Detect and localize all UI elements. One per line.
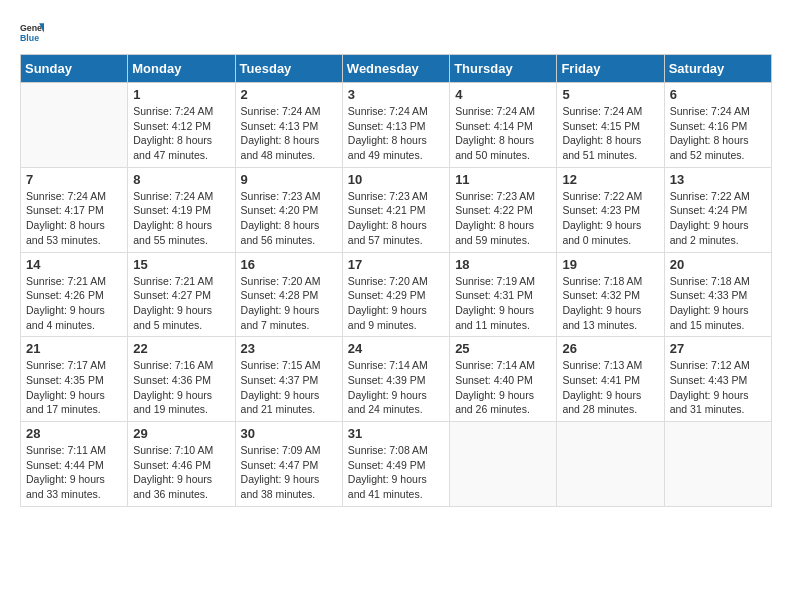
day-info: Sunrise: 7:24 AM Sunset: 4:19 PM Dayligh… xyxy=(133,189,229,248)
calendar-cell: 28Sunrise: 7:11 AM Sunset: 4:44 PM Dayli… xyxy=(21,422,128,507)
day-number: 20 xyxy=(670,257,766,272)
calendar-cell: 15Sunrise: 7:21 AM Sunset: 4:27 PM Dayli… xyxy=(128,252,235,337)
day-info: Sunrise: 7:13 AM Sunset: 4:41 PM Dayligh… xyxy=(562,358,658,417)
day-info: Sunrise: 7:16 AM Sunset: 4:36 PM Dayligh… xyxy=(133,358,229,417)
calendar-cell: 19Sunrise: 7:18 AM Sunset: 4:32 PM Dayli… xyxy=(557,252,664,337)
svg-text:Blue: Blue xyxy=(20,33,39,43)
calendar-cell: 22Sunrise: 7:16 AM Sunset: 4:36 PM Dayli… xyxy=(128,337,235,422)
day-info: Sunrise: 7:14 AM Sunset: 4:40 PM Dayligh… xyxy=(455,358,551,417)
day-number: 30 xyxy=(241,426,337,441)
day-number: 31 xyxy=(348,426,444,441)
day-info: Sunrise: 7:08 AM Sunset: 4:49 PM Dayligh… xyxy=(348,443,444,502)
day-number: 16 xyxy=(241,257,337,272)
col-friday: Friday xyxy=(557,55,664,83)
day-number: 11 xyxy=(455,172,551,187)
col-monday: Monday xyxy=(128,55,235,83)
day-info: Sunrise: 7:14 AM Sunset: 4:39 PM Dayligh… xyxy=(348,358,444,417)
calendar-cell xyxy=(557,422,664,507)
day-number: 12 xyxy=(562,172,658,187)
day-info: Sunrise: 7:23 AM Sunset: 4:21 PM Dayligh… xyxy=(348,189,444,248)
day-info: Sunrise: 7:09 AM Sunset: 4:47 PM Dayligh… xyxy=(241,443,337,502)
day-info: Sunrise: 7:15 AM Sunset: 4:37 PM Dayligh… xyxy=(241,358,337,417)
col-sunday: Sunday xyxy=(21,55,128,83)
calendar-week-row-3: 14Sunrise: 7:21 AM Sunset: 4:26 PM Dayli… xyxy=(21,252,772,337)
day-number: 23 xyxy=(241,341,337,356)
day-number: 4 xyxy=(455,87,551,102)
day-info: Sunrise: 7:24 AM Sunset: 4:12 PM Dayligh… xyxy=(133,104,229,163)
day-info: Sunrise: 7:20 AM Sunset: 4:29 PM Dayligh… xyxy=(348,274,444,333)
day-number: 5 xyxy=(562,87,658,102)
calendar-cell: 11Sunrise: 7:23 AM Sunset: 4:22 PM Dayli… xyxy=(450,167,557,252)
calendar-cell: 1Sunrise: 7:24 AM Sunset: 4:12 PM Daylig… xyxy=(128,83,235,168)
calendar-cell: 9Sunrise: 7:23 AM Sunset: 4:20 PM Daylig… xyxy=(235,167,342,252)
day-info: Sunrise: 7:24 AM Sunset: 4:15 PM Dayligh… xyxy=(562,104,658,163)
calendar-week-row-2: 7Sunrise: 7:24 AM Sunset: 4:17 PM Daylig… xyxy=(21,167,772,252)
day-number: 18 xyxy=(455,257,551,272)
day-number: 22 xyxy=(133,341,229,356)
calendar-cell xyxy=(21,83,128,168)
day-number: 6 xyxy=(670,87,766,102)
day-number: 26 xyxy=(562,341,658,356)
calendar-table: Sunday Monday Tuesday Wednesday Thursday… xyxy=(20,54,772,507)
day-number: 19 xyxy=(562,257,658,272)
day-number: 3 xyxy=(348,87,444,102)
calendar-cell: 31Sunrise: 7:08 AM Sunset: 4:49 PM Dayli… xyxy=(342,422,449,507)
day-info: Sunrise: 7:10 AM Sunset: 4:46 PM Dayligh… xyxy=(133,443,229,502)
logo: General Blue xyxy=(20,20,48,44)
calendar-cell: 12Sunrise: 7:22 AM Sunset: 4:23 PM Dayli… xyxy=(557,167,664,252)
calendar-cell: 21Sunrise: 7:17 AM Sunset: 4:35 PM Dayli… xyxy=(21,337,128,422)
calendar-cell: 23Sunrise: 7:15 AM Sunset: 4:37 PM Dayli… xyxy=(235,337,342,422)
day-info: Sunrise: 7:23 AM Sunset: 4:20 PM Dayligh… xyxy=(241,189,337,248)
calendar-cell: 5Sunrise: 7:24 AM Sunset: 4:15 PM Daylig… xyxy=(557,83,664,168)
col-wednesday: Wednesday xyxy=(342,55,449,83)
day-info: Sunrise: 7:24 AM Sunset: 4:13 PM Dayligh… xyxy=(241,104,337,163)
calendar-cell: 6Sunrise: 7:24 AM Sunset: 4:16 PM Daylig… xyxy=(664,83,771,168)
day-info: Sunrise: 7:24 AM Sunset: 4:13 PM Dayligh… xyxy=(348,104,444,163)
day-info: Sunrise: 7:21 AM Sunset: 4:27 PM Dayligh… xyxy=(133,274,229,333)
calendar-cell: 18Sunrise: 7:19 AM Sunset: 4:31 PM Dayli… xyxy=(450,252,557,337)
calendar-cell: 14Sunrise: 7:21 AM Sunset: 4:26 PM Dayli… xyxy=(21,252,128,337)
day-info: Sunrise: 7:21 AM Sunset: 4:26 PM Dayligh… xyxy=(26,274,122,333)
day-number: 29 xyxy=(133,426,229,441)
day-info: Sunrise: 7:22 AM Sunset: 4:24 PM Dayligh… xyxy=(670,189,766,248)
logo-icon: General Blue xyxy=(20,20,44,44)
day-number: 9 xyxy=(241,172,337,187)
calendar-cell: 29Sunrise: 7:10 AM Sunset: 4:46 PM Dayli… xyxy=(128,422,235,507)
day-number: 25 xyxy=(455,341,551,356)
day-number: 28 xyxy=(26,426,122,441)
day-number: 14 xyxy=(26,257,122,272)
calendar-cell: 20Sunrise: 7:18 AM Sunset: 4:33 PM Dayli… xyxy=(664,252,771,337)
day-info: Sunrise: 7:18 AM Sunset: 4:32 PM Dayligh… xyxy=(562,274,658,333)
day-info: Sunrise: 7:12 AM Sunset: 4:43 PM Dayligh… xyxy=(670,358,766,417)
day-info: Sunrise: 7:23 AM Sunset: 4:22 PM Dayligh… xyxy=(455,189,551,248)
calendar-cell: 8Sunrise: 7:24 AM Sunset: 4:19 PM Daylig… xyxy=(128,167,235,252)
day-info: Sunrise: 7:11 AM Sunset: 4:44 PM Dayligh… xyxy=(26,443,122,502)
day-info: Sunrise: 7:18 AM Sunset: 4:33 PM Dayligh… xyxy=(670,274,766,333)
calendar-header-row: Sunday Monday Tuesday Wednesday Thursday… xyxy=(21,55,772,83)
calendar-cell: 13Sunrise: 7:22 AM Sunset: 4:24 PM Dayli… xyxy=(664,167,771,252)
calendar-cell: 3Sunrise: 7:24 AM Sunset: 4:13 PM Daylig… xyxy=(342,83,449,168)
calendar-cell: 16Sunrise: 7:20 AM Sunset: 4:28 PM Dayli… xyxy=(235,252,342,337)
calendar-cell: 30Sunrise: 7:09 AM Sunset: 4:47 PM Dayli… xyxy=(235,422,342,507)
col-tuesday: Tuesday xyxy=(235,55,342,83)
calendar-cell: 7Sunrise: 7:24 AM Sunset: 4:17 PM Daylig… xyxy=(21,167,128,252)
day-info: Sunrise: 7:22 AM Sunset: 4:23 PM Dayligh… xyxy=(562,189,658,248)
day-info: Sunrise: 7:20 AM Sunset: 4:28 PM Dayligh… xyxy=(241,274,337,333)
calendar-cell xyxy=(450,422,557,507)
day-info: Sunrise: 7:17 AM Sunset: 4:35 PM Dayligh… xyxy=(26,358,122,417)
day-number: 15 xyxy=(133,257,229,272)
calendar-cell xyxy=(664,422,771,507)
day-number: 1 xyxy=(133,87,229,102)
calendar-cell: 17Sunrise: 7:20 AM Sunset: 4:29 PM Dayli… xyxy=(342,252,449,337)
calendar-week-row-5: 28Sunrise: 7:11 AM Sunset: 4:44 PM Dayli… xyxy=(21,422,772,507)
calendar-week-row-1: 1Sunrise: 7:24 AM Sunset: 4:12 PM Daylig… xyxy=(21,83,772,168)
day-number: 17 xyxy=(348,257,444,272)
col-thursday: Thursday xyxy=(450,55,557,83)
day-number: 21 xyxy=(26,341,122,356)
calendar-cell: 2Sunrise: 7:24 AM Sunset: 4:13 PM Daylig… xyxy=(235,83,342,168)
day-info: Sunrise: 7:19 AM Sunset: 4:31 PM Dayligh… xyxy=(455,274,551,333)
page-header: General Blue xyxy=(20,20,772,44)
calendar-cell: 27Sunrise: 7:12 AM Sunset: 4:43 PM Dayli… xyxy=(664,337,771,422)
day-number: 27 xyxy=(670,341,766,356)
col-saturday: Saturday xyxy=(664,55,771,83)
